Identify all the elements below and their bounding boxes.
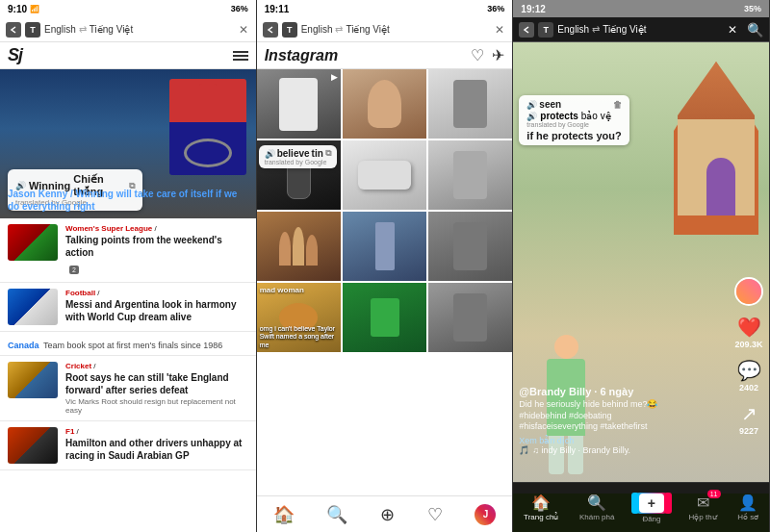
article-5[interactable]: F1 / Hamilton and other drivers unhappy … xyxy=(0,421,256,470)
trans-lang2-1[interactable]: Tiếng Việt xyxy=(90,24,133,35)
article-4[interactable]: Cricket / Root says he can still 'take E… xyxy=(0,356,256,421)
heart-icon[interactable]: ♡ xyxy=(471,46,484,64)
copy-icon-tiktok[interactable]: 🗑 xyxy=(613,100,622,110)
nav-explore-3[interactable]: 🔍 Khám phá xyxy=(579,494,614,521)
article-thumb-5 xyxy=(8,427,58,464)
article-thumb-2 xyxy=(8,289,58,325)
article-1[interactable]: Women's Super League / Talking points fr… xyxy=(0,218,256,283)
time-3: 19:12 xyxy=(521,4,546,14)
explore-label-3: Khám phá xyxy=(579,513,614,521)
signal-icon-1: 📶 xyxy=(30,5,39,13)
grid-cell-8[interactable] xyxy=(428,212,512,281)
grid-cell-6[interactable] xyxy=(257,212,341,281)
time-2: 19:11 xyxy=(265,4,290,14)
instagram-grid: ▶ 🔊 believe tin ⧉ xyxy=(257,69,513,495)
creator-username: @Brandy Billy · 6 ngày xyxy=(519,386,725,397)
phone2-instagram: 19:11 36% T English ⇄ Tiếng Việt ✕ Insta… xyxy=(257,0,514,532)
share-count: 9227 xyxy=(739,426,758,436)
nav-heart-2[interactable]: ♡ xyxy=(427,504,443,525)
trans-close-3[interactable]: ✕ xyxy=(726,23,739,37)
tiktok-right-actions: ❤️ 209.3K 💬 2402 ↗ 9227 xyxy=(734,277,763,436)
grid-cell-1[interactable] xyxy=(343,69,426,139)
grid-cell-7[interactable] xyxy=(343,212,426,281)
grid-cell-5[interactable] xyxy=(428,140,512,210)
explore-icon-3: 🔍 xyxy=(587,494,606,512)
grid-cell-11[interactable] xyxy=(428,283,512,352)
trans-close-2[interactable]: ✕ xyxy=(493,23,506,37)
comment-action[interactable]: 💬 2402 xyxy=(737,359,761,393)
translate-t-button-2[interactable]: T xyxy=(282,22,297,38)
heart-nav-icon-2: ♡ xyxy=(427,504,443,525)
tiktok-video[interactable]: 🔊 seen 🗑 🔊 protects bảo vệ translated by… xyxy=(513,42,769,532)
article-image-1 xyxy=(8,224,58,261)
trans-bar-3: T English ⇄ Tiếng Việt ✕ 🔍 xyxy=(513,17,769,42)
music-icon: 🎵 xyxy=(519,445,529,455)
grid-word: believe xyxy=(277,148,310,159)
sound-icon-tiktok[interactable]: 🔊 xyxy=(526,100,537,110)
hamburger-menu[interactable] xyxy=(233,51,248,61)
nav-inbox-3[interactable]: ✉ 11 Hộp thư xyxy=(689,494,717,521)
search-icon-3[interactable]: 🔍 xyxy=(747,21,763,38)
grid-cell-4[interactable] xyxy=(343,140,426,210)
trans-lang1-2[interactable]: English xyxy=(301,24,333,35)
sound-icon-tiktok2[interactable]: 🔊 xyxy=(526,112,537,121)
grid-cell-0[interactable]: ▶ xyxy=(257,69,341,139)
copy-icon-grid[interactable]: ⧉ xyxy=(325,148,331,159)
instagram-logo: Instagram xyxy=(265,47,338,64)
tiktok-word: protects xyxy=(540,111,578,121)
trans-close-1[interactable]: ✕ xyxy=(237,23,250,37)
article-title-2: Messi and Argentina look in harmony with… xyxy=(65,298,248,323)
sound-icon-grid[interactable]: 🔊 xyxy=(265,149,275,159)
nav-profile-2[interactable]: J xyxy=(475,504,496,525)
phone3-tiktok: 19:12 35% T English ⇄ Tiếng Việt ✕ 🔍 xyxy=(513,0,770,532)
add-icon-2: ⊕ xyxy=(380,504,395,525)
trans-lang2-2[interactable]: Tiếng Việt xyxy=(346,24,389,35)
cell-text-9: omg i can't believe Taylor Swift named a… xyxy=(260,325,338,349)
grid-cell-2[interactable] xyxy=(428,69,512,139)
back-button-1[interactable] xyxy=(6,22,21,38)
share-icon-tiktok: ↗ xyxy=(741,402,757,425)
article-category-5: F1 / xyxy=(65,427,248,436)
translate-link[interactable]: Xem bản dịch xyxy=(519,436,725,445)
comment-badge-1: 2 xyxy=(69,266,79,274)
back-button-2[interactable] xyxy=(263,22,278,38)
nav-home-3[interactable]: 🏠 Trang chủ xyxy=(524,494,558,521)
nav-add-2[interactable]: ⊕ xyxy=(380,504,395,525)
article-title-1: Talking points from the weekend's action xyxy=(65,234,248,259)
news-logo: Sj xyxy=(8,45,22,65)
article-2[interactable]: Football / Messi and Argentina look in h… xyxy=(0,283,256,332)
article-title-5: Hamilton and other drivers unhappy at ra… xyxy=(65,437,248,462)
news-app-header: Sj xyxy=(0,42,256,69)
grid-cell-10[interactable] xyxy=(343,283,426,352)
trans-lang1-3[interactable]: English xyxy=(557,24,589,35)
translate-t-button-3[interactable]: T xyxy=(538,22,553,38)
hero-caption: Jason Kenny / Winning will take care of … xyxy=(8,188,248,213)
creator-avatar[interactable] xyxy=(734,277,763,306)
article-category-2: Football / xyxy=(65,289,248,297)
nav-profile-3[interactable]: 👤 Hồ sơ xyxy=(737,494,758,521)
translate-t-button-1[interactable]: T xyxy=(25,22,40,38)
grid-cell-9[interactable]: omg i can't believe Taylor Swift named a… xyxy=(257,283,341,352)
inbox-badge-3: 11 xyxy=(707,490,721,498)
nav-home-2[interactable]: 🏠 xyxy=(273,504,295,525)
comment-icon-tiktok: 💬 xyxy=(737,359,761,382)
back-button-3[interactable] xyxy=(519,22,534,38)
trans-lang2-3[interactable]: Tiếng Việt xyxy=(603,24,646,35)
article-image-4 xyxy=(8,362,58,398)
trans-lang1-1[interactable]: English xyxy=(44,24,76,35)
trans-bar-2: T English ⇄ Tiếng Việt ✕ xyxy=(257,17,513,42)
add-button-3[interactable]: + xyxy=(635,493,668,514)
share-action[interactable]: ↗ 9227 xyxy=(739,402,758,436)
battery-1: 36% xyxy=(231,4,248,13)
home-label-3: Trang chủ xyxy=(524,513,558,521)
nav-add-3[interactable]: + Đăng xyxy=(635,493,668,523)
home-icon-2: 🏠 xyxy=(273,504,295,525)
profile-label-3: Hồ sơ xyxy=(737,513,758,521)
article-category-1: Women's Super League / xyxy=(65,224,248,233)
hero-article[interactable]: 🔊 Winning Chiến thắng ⧉ translated by Go… xyxy=(0,69,256,218)
like-action[interactable]: ❤️ 209.3K xyxy=(735,316,763,349)
send-icon[interactable]: ✈ xyxy=(492,46,504,64)
home-icon-3: 🏠 xyxy=(531,494,551,512)
grid-cell-3[interactable]: 🔊 believe tin ⧉ translated by Google xyxy=(257,140,341,210)
nav-search-2[interactable]: 🔍 xyxy=(326,504,347,525)
